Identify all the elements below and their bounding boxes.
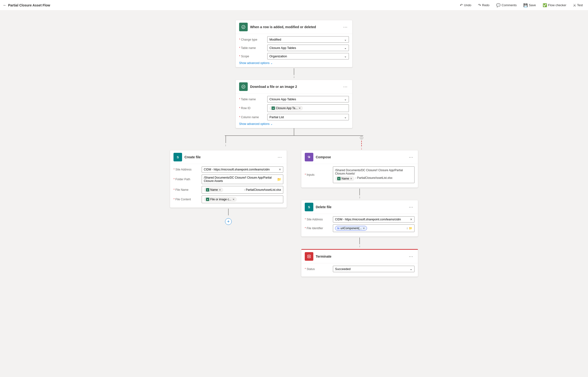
test-icon: ⚔ xyxy=(573,3,576,7)
tag-close[interactable]: ✕ xyxy=(350,177,352,180)
compose-delete-connector: ↓ xyxy=(359,188,361,199)
table-name-row: Table name Closure App Tables ⌄ xyxy=(239,45,349,51)
file-identifier-input[interactable]: fx uriComponent(... ✕ ↕ 📁 xyxy=(333,224,415,232)
terminate-body: Status Succeeded ⌄ xyxy=(301,263,418,276)
download-card: Download a file or an image 2 ⋯ Table na… xyxy=(236,80,352,128)
trigger-card-menu[interactable]: ⋯ xyxy=(342,24,349,30)
change-type-dropdown[interactable]: Modified ⌄ xyxy=(267,36,349,43)
compose-card: Compose ⋯ Inputs /Shared Documents/DC Cl… xyxy=(301,150,418,188)
connector-line xyxy=(359,237,360,244)
del-site-address-row: Site Address CIDM - https://microsoft.sh… xyxy=(305,216,415,223)
file-content-label: File Content xyxy=(173,198,200,201)
scope-label: Scope xyxy=(239,55,265,58)
chevron-down-icon: ⌄ xyxy=(270,61,273,65)
trigger-icon xyxy=(239,23,248,31)
tag-close[interactable]: ✕ xyxy=(219,188,221,191)
split-horizontal-line xyxy=(225,135,363,136)
file-identifier-row: File Identifier fx uriComponent(... ✕ ↕ … xyxy=(305,224,415,232)
comments-button[interactable]: 💬 Comments xyxy=(494,2,519,8)
inputs-label: Inputs xyxy=(305,173,331,177)
status-dropdown[interactable]: Succeeded ⌄ xyxy=(333,266,415,272)
identifier-actions: ↕ 📁 xyxy=(406,227,412,230)
file-identifier-tag: fx uriComponent(... ✕ xyxy=(335,226,367,231)
arrow-icon: ↓ xyxy=(359,244,361,248)
dl-row-id-row: Row ID ● Closure App Ta... ✕ xyxy=(239,104,349,112)
flow-checker-icon: ✅ xyxy=(543,3,547,7)
branch-split: ↓ ⓘ ↓ xyxy=(222,128,366,150)
table-name-label: Table name xyxy=(239,46,265,50)
folder-icon[interactable]: 📁 xyxy=(409,227,412,230)
connector-line xyxy=(359,188,360,195)
compose-header: Compose ⋯ xyxy=(301,150,418,164)
chevron-down-icon: ⌄ xyxy=(344,97,347,101)
flow-checker-button[interactable]: ✅ Flow checker xyxy=(540,2,569,8)
trigger-card-title: When a row is added, modified or deleted xyxy=(250,25,339,29)
site-address-row: Site Address CIDM - https://microsoft.sh… xyxy=(173,166,283,173)
trigger-show-advanced-button[interactable]: Show advanced options ⌄ xyxy=(239,61,273,65)
undo-button[interactable]: ↶ Undo xyxy=(458,2,474,8)
trigger-card: When a row is added, modified or deleted… xyxy=(236,20,352,67)
tag-close-icon[interactable]: ✕ xyxy=(299,107,301,110)
dashed-line xyxy=(361,141,362,146)
tag-close[interactable]: ✕ xyxy=(232,198,235,201)
redo-icon: ↷ xyxy=(478,3,481,7)
dl-column-name-dropdown[interactable]: Partial List ⌄ xyxy=(267,114,349,120)
compose-title: Compose xyxy=(316,155,405,159)
right-drop: ⓘ ↓ xyxy=(360,136,363,150)
sharepoint-icon: S xyxy=(173,153,182,161)
download-card-header: Download a file or an image 2 ⋯ xyxy=(236,80,352,94)
site-address-input[interactable]: CIDM - https://microsoft.sharepoint.com/… xyxy=(202,166,283,173)
trigger-card-header: When a row is added, modified or deleted… xyxy=(236,20,352,34)
create-file-header: S Create file ⋯ xyxy=(170,150,287,164)
right-branch: Compose ⋯ Inputs /Shared Documents/DC Cl… xyxy=(301,150,418,277)
info-icon[interactable]: ⓘ xyxy=(360,136,363,140)
left-drop-line xyxy=(226,136,226,143)
compose-menu[interactable]: ⋯ xyxy=(407,154,415,160)
tag-icon: ● xyxy=(272,106,275,110)
dashed-arrow-icon: ↓ xyxy=(361,146,362,150)
scope-row: Scope Organization ⌄ xyxy=(239,53,349,59)
terminate-title: Terminate xyxy=(316,255,405,258)
folder-path-row: Folder Path /Shared Documents/DC Closure… xyxy=(173,175,283,184)
tag-icon: ● xyxy=(337,177,341,180)
add-step-button[interactable]: + xyxy=(225,218,232,225)
table-name-dropdown[interactable]: Closure App Tables ⌄ xyxy=(267,45,349,51)
dl-table-name-dropdown[interactable]: Closure App Tables ⌄ xyxy=(267,96,349,102)
file-name-label: File Name xyxy=(173,188,200,191)
chevron-down-icon: ⌄ xyxy=(344,54,347,58)
del-site-address-input[interactable]: CIDM - https://microsoft.sharepoint.com/… xyxy=(333,216,415,223)
create-file-menu[interactable]: ⋯ xyxy=(276,154,283,160)
redo-button[interactable]: ↷ Redo xyxy=(476,2,492,8)
status-label: Status xyxy=(305,267,331,271)
app-title: Partial Closure Asset Flow xyxy=(8,3,50,7)
dl-row-id-input[interactable]: ● Closure App Ta... ✕ xyxy=(267,104,349,112)
file-content-input[interactable]: ● File or image c... ✕ xyxy=(202,196,283,203)
left-branch: S Create file ⋯ Site Address CIDM - http… xyxy=(170,150,287,225)
folder-path-label: Folder Path xyxy=(173,178,200,181)
terminate-menu[interactable]: ⋯ xyxy=(407,253,415,259)
delete-file-menu[interactable]: ⋯ xyxy=(407,204,415,210)
del-site-clear[interactable]: ✕ xyxy=(410,218,412,221)
save-icon: 💾 xyxy=(523,3,528,7)
back-icon[interactable]: ← xyxy=(3,3,7,7)
download-card-title: Download a file or an image 2 xyxy=(250,85,339,89)
create-file-body: Site Address CIDM - https://microsoft.sh… xyxy=(170,164,287,208)
scope-dropdown[interactable]: Organization ⌄ xyxy=(267,53,349,59)
create-file-card: S Create file ⋯ Site Address CIDM - http… xyxy=(170,150,287,208)
save-button[interactable]: 💾 Save xyxy=(521,2,538,8)
tag-icon: ● xyxy=(206,188,209,191)
folder-path-input[interactable]: /Shared Documents/DC Closure/! Closure A… xyxy=(202,175,283,184)
test-button[interactable]: ⚔ Test xyxy=(571,2,585,8)
compose-input[interactable]: /Shared Documents/DC Closure/! Closure A… xyxy=(333,166,415,183)
download-show-advanced-button[interactable]: Show advanced options ⌄ xyxy=(239,122,273,126)
file-name-input[interactable]: ● Name ✕ - PartialClosureAssetList.xlsx xyxy=(202,186,283,194)
expand-icon[interactable]: ↕ xyxy=(406,227,408,230)
file-identifier-label: File Identifier xyxy=(305,227,331,230)
download-card-menu[interactable]: ⋯ xyxy=(342,83,349,90)
folder-icon[interactable]: 📁 xyxy=(277,177,281,181)
row-id-tag: ● Closure App Ta... ✕ xyxy=(269,106,303,111)
tag-close[interactable]: ✕ xyxy=(363,227,365,230)
site-address-clear[interactable]: ✕ xyxy=(279,168,281,171)
download-card-body: Table name Closure App Tables ⌄ Row ID ●… xyxy=(236,94,352,128)
download-icon xyxy=(239,82,248,91)
